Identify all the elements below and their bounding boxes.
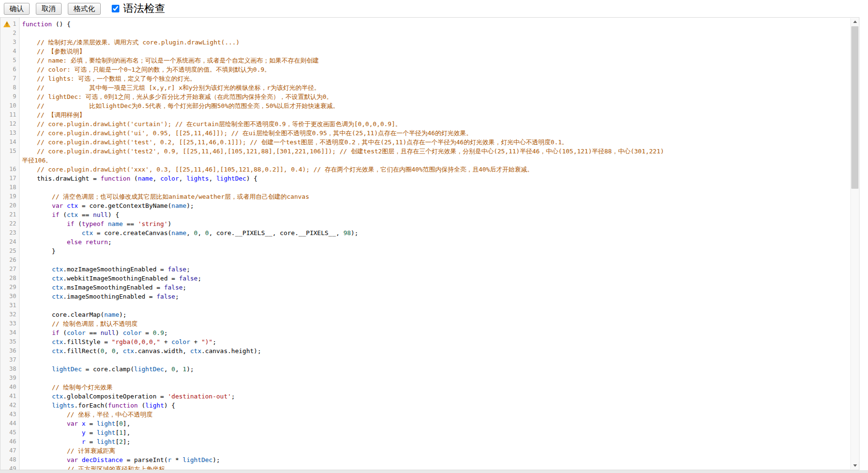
code-line-text: ctx.fillStyle = "rgba(0,0,0," + color + … (20, 337, 216, 346)
line-gutter-cell: 27 (0, 265, 20, 274)
line-gutter-cell: 8 (0, 83, 20, 92)
line-gutter-cell: 26 (0, 256, 20, 265)
line-gutter-cell: 28 (0, 274, 20, 283)
line-gutter-cell: 16 (0, 165, 20, 174)
code-line-text: r = light[2]; (20, 437, 130, 446)
code-line-text: lights.forEach(function (light) { (20, 401, 175, 410)
line-number: 47 (10, 446, 16, 455)
code-line-text: // 绘制每个灯光效果 (20, 383, 113, 392)
code-line: 17 this.drawLight = function (name, colo… (0, 174, 851, 183)
code-line: 32 core.clearMap(name); (0, 310, 851, 319)
code-line: 半径106。 (0, 156, 851, 165)
line-number: 36 (10, 346, 16, 355)
code-editor[interactable]: !1function () {23 // 绘制灯光/漆黑层效果。调用方式 cor… (0, 17, 859, 470)
line-number: 49 (10, 464, 16, 470)
scrollbar[interactable] (850, 18, 858, 469)
warning-icon: ! (3, 21, 11, 27)
line-number: 34 (10, 328, 16, 337)
code-line-text: // 清空色调层；也可以修改成其它层比如animate/weather层，或者用… (20, 192, 309, 201)
line-gutter-cell: 22 (0, 219, 20, 228)
code-line-text: lightDec = core.clamp(lightDec, 0, 1); (20, 365, 194, 374)
code-line: 23 ctx = core.createCanvas(name, 0, 0, c… (0, 228, 851, 237)
line-gutter-cell: 35 (0, 337, 20, 346)
code-line: 10 // 比如lightDec为0.5代表，每个灯光部分内圈50%的范围全亮，… (0, 101, 851, 110)
line-gutter-cell: 6 (0, 65, 20, 74)
code-line-text: // core.plugin.drawLight('test', 0.2, [[… (20, 138, 568, 147)
code-line-text: // 【调用样例】 (20, 110, 85, 119)
confirm-button[interactable]: 确认 (4, 3, 30, 15)
code-line: 36 ctx.fillRect(0, 0, ctx.canvas.width, … (0, 346, 851, 355)
code-line-text: if (ctx == null) { (20, 210, 119, 219)
line-number: 33 (10, 319, 16, 328)
line-number: 22 (10, 219, 16, 228)
line-gutter-cell: 4 (0, 47, 20, 56)
code-line-text: // core.plugin.drawLight('xxx', 0.3, [[2… (20, 165, 533, 174)
line-gutter-cell: 34 (0, 328, 20, 337)
code-line: !1function () { (0, 20, 851, 29)
line-number: 8 (13, 83, 16, 92)
syntax-check-checkbox[interactable] (112, 5, 119, 12)
code-line: 43 // 坐标，半径，中心不透明度 (0, 410, 851, 419)
code-line: 8 // 其中每一项是三元组 [x,y,r] x和y分别为该灯光的横纵坐标，r为… (0, 83, 851, 92)
line-number: 30 (10, 292, 16, 301)
code-line: 24 else return; (0, 237, 851, 247)
code-line-text: // 正方形区域的直径和左上角坐标 (20, 464, 165, 470)
code-line: 22 if (typeof name == 'string') (0, 219, 851, 228)
code-line: 14 // core.plugin.drawLight('test', 0.2,… (0, 138, 851, 147)
line-gutter-cell: 32 (0, 310, 20, 319)
code-line: 16 // core.plugin.drawLight('xxx', 0.3, … (0, 165, 851, 174)
line-number: 9 (13, 92, 16, 101)
code-line: 46 r = light[2]; (0, 437, 851, 446)
line-number: 2 (13, 29, 16, 38)
code-line: 44 var x = light[0], (0, 419, 851, 428)
code-line-text: // core.plugin.drawLight('test2', 0.9, [… (20, 147, 664, 156)
code-line-text: var x = light[0], (20, 419, 130, 428)
code-lines[interactable]: !1function () {23 // 绘制灯光/漆黑层效果。调用方式 cor… (0, 18, 851, 470)
line-gutter-cell: 11 (0, 110, 20, 119)
code-line: 9 // lightDec: 可选，0到1之间，光从多少百分比才开始衰减（在此范… (0, 92, 851, 101)
line-gutter-cell: 33 (0, 319, 20, 328)
line-number: 45 (10, 428, 16, 437)
code-line: 33 // 绘制色调层，默认不透明度 (0, 319, 851, 328)
code-line-text (20, 183, 22, 192)
code-line-text: // 绘制色调层，默认不透明度 (20, 319, 138, 328)
code-line-text: ctx.globalCompositeOperation = 'destinat… (20, 392, 235, 401)
line-number: 27 (10, 265, 16, 274)
scrollbar-down-arrow[interactable] (851, 462, 859, 469)
line-gutter-cell: 12 (0, 119, 20, 129)
code-line: 13 // core.plugin.drawLight('ui', 0.95, … (0, 129, 851, 138)
code-line: 15 // core.plugin.drawLight('test2', 0.9… (0, 147, 851, 156)
line-number: 3 (13, 38, 16, 47)
code-line: 35 ctx.fillStyle = "rgba(0,0,0," + color… (0, 337, 851, 346)
code-line: 49 // 正方形区域的直径和左上角坐标 (0, 464, 851, 470)
code-line-text (20, 29, 22, 38)
code-line-text: // 绘制灯光/漆黑层效果。调用方式 core.plugin.drawLight… (20, 38, 240, 47)
scrollbar-up-arrow[interactable] (851, 18, 859, 25)
line-gutter-cell: 31 (0, 301, 20, 310)
line-number: 25 (10, 247, 16, 256)
line-gutter-cell: 21 (0, 210, 20, 219)
code-line: 39 (0, 374, 851, 383)
code-line: 11 // 【调用样例】 (0, 110, 851, 119)
code-line: 26 (0, 256, 851, 265)
scrollbar-thumb[interactable] (851, 26, 858, 189)
line-gutter-cell: 30 (0, 292, 20, 301)
line-number: 40 (10, 383, 16, 392)
line-number: 10 (10, 101, 16, 110)
code-line: 20 var ctx = core.getContextByName(name)… (0, 201, 851, 210)
code-line-text (20, 256, 22, 265)
code-line-text: // 其中每一项是三元组 [x,y,r] x和y分别为该灯光的横纵坐标，r为该灯… (20, 83, 320, 92)
line-gutter-cell: 2 (0, 29, 20, 38)
format-button[interactable]: 格式化 (68, 3, 101, 15)
line-gutter-cell: !1 (0, 20, 20, 29)
code-line: 7 // lights: 可选，一个数组，定义了每个独立的灯光。 (0, 74, 851, 83)
line-gutter-cell: 40 (0, 383, 20, 392)
line-number: 24 (10, 237, 16, 247)
code-line-text: // lightDec: 可选，0到1之间，光从多少百分比才开始衰减（在此范围内… (20, 92, 333, 101)
line-gutter-cell: 46 (0, 437, 20, 446)
cancel-button[interactable]: 取消 (36, 3, 62, 15)
code-line: 25 } (0, 247, 851, 256)
code-line: 2 (0, 29, 851, 38)
code-line-text (20, 355, 22, 365)
code-line-text: core.clearMap(name); (20, 310, 127, 319)
